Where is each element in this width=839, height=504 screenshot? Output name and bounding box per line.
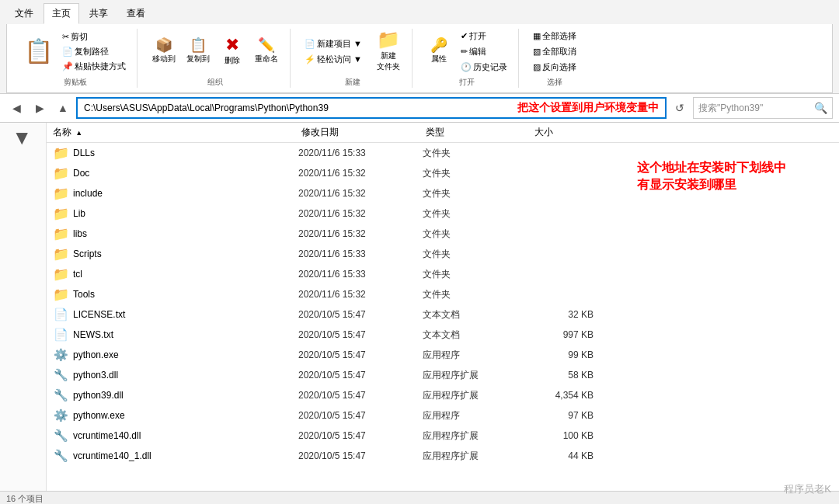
select-none-button[interactable]: ▧ 全部取消 bbox=[530, 45, 580, 58]
col-size-header[interactable]: 大小 bbox=[534, 126, 612, 139]
file-type: 文件夹 bbox=[423, 207, 531, 221]
table-row[interactable]: 📄 LICENSE.txt 2020/10/5 15:47 文本文档 32 KB bbox=[53, 304, 839, 325]
file-type: 应用程序 bbox=[423, 349, 531, 362]
properties-button[interactable]: 🔑 属性 bbox=[423, 36, 454, 66]
sidebar-expand-button[interactable]: ▶ bbox=[14, 133, 33, 144]
file-type: 文本文档 bbox=[423, 308, 531, 322]
file-type: 文件夹 bbox=[423, 248, 531, 261]
file-name: libs bbox=[73, 228, 298, 239]
new-item-button[interactable]: 📄 新建项目 ▼ bbox=[301, 37, 365, 50]
copy-to-icon: 📋 bbox=[190, 38, 207, 52]
file-icon: 📁 bbox=[53, 145, 68, 161]
table-row[interactable]: 🔧 vcruntime140_1.dll 2020/10/5 15:47 应用程… bbox=[53, 446, 839, 466]
file-icon: 📁 bbox=[53, 186, 68, 201]
invert-icon: ▨ bbox=[533, 62, 541, 72]
new-label: 新建 bbox=[345, 74, 360, 88]
file-type: 应用程序扩展 bbox=[423, 389, 531, 402]
file-date: 2020/10/5 15:47 bbox=[298, 349, 423, 360]
file-type: 文件夹 bbox=[423, 288, 531, 301]
delete-button[interactable]: ✖ 删除 bbox=[217, 35, 248, 68]
ribbon-content: 📋 ✂ 剪切 📄 复制路径 📌 粘贴快捷方式 bbox=[6, 24, 833, 93]
file-icon: ⚙️ bbox=[53, 408, 68, 423]
file-date: 2020/10/5 15:47 bbox=[298, 410, 423, 421]
table-row[interactable]: 📁 libs 2020/11/6 15:32 文件夹 bbox=[53, 224, 839, 244]
open-label: 打开 bbox=[459, 74, 475, 88]
table-row[interactable]: 📁 Lib 2020/11/6 15:32 文件夹 bbox=[53, 203, 839, 224]
paste-shortcut-button[interactable]: 📌 粘贴快捷方式 bbox=[59, 60, 129, 73]
sidebar: ▶ bbox=[0, 123, 47, 491]
file-type: 应用程序扩展 bbox=[423, 369, 531, 382]
open-group: 🔑 属性 ✔ 打开 ✏ 编辑 🕐 bbox=[416, 29, 519, 88]
paste-button[interactable]: 📋 bbox=[21, 38, 56, 64]
search-icon[interactable]: 🔍 bbox=[814, 102, 827, 114]
table-row[interactable]: 📁 Tools 2020/11/6 15:32 文件夹 bbox=[53, 284, 839, 304]
organize-items: 📦 移动到 📋 复制到 ✖ 删除 ✏️ 重命名 bbox=[148, 29, 282, 74]
file-type: 文件夹 bbox=[423, 147, 531, 160]
address-bar-container: ◀ ▶ ▲ C:\Users\ASUS\AppData\Local\Progra… bbox=[0, 94, 839, 123]
tab-share[interactable]: 共享 bbox=[81, 3, 117, 24]
file-icon: 🔧 bbox=[53, 428, 68, 443]
col-type-header[interactable]: 类型 bbox=[426, 126, 534, 139]
copy-path-button[interactable]: 📄 复制路径 bbox=[59, 45, 129, 58]
back-button[interactable]: ◀ bbox=[6, 98, 26, 118]
history-icon: 🕐 bbox=[461, 62, 472, 72]
open-button[interactable]: ✔ 打开 bbox=[458, 30, 510, 43]
new-folder-icon: 📁 bbox=[377, 30, 400, 49]
ribbon-tabs: 文件 主页 共享 查看 bbox=[6, 3, 833, 24]
table-row[interactable]: ⚙️ pythonw.exe 2020/10/5 15:47 应用程序 97 K… bbox=[53, 405, 839, 426]
address-path: C:\Users\ASUS\AppData\Local\Programs\Pyt… bbox=[84, 103, 510, 113]
file-icon: 📁 bbox=[53, 226, 68, 242]
file-name: DLLs bbox=[73, 148, 298, 158]
file-type: 文本文档 bbox=[423, 328, 531, 342]
tab-file[interactable]: 文件 bbox=[6, 3, 42, 24]
rename-button[interactable]: ✏️ 重命名 bbox=[251, 36, 282, 66]
table-row[interactable]: ⚙️ python.exe 2020/10/5 15:47 应用程序 99 KB bbox=[53, 345, 839, 365]
address-box[interactable]: C:\Users\ASUS\AppData\Local\Programs\Pyt… bbox=[76, 97, 667, 119]
column-headers: 名称 ▲ 修改日期 类型 大小 bbox=[47, 123, 839, 143]
table-row[interactable]: 🔧 vcruntime140.dll 2020/10/5 15:47 应用程序扩… bbox=[53, 426, 839, 446]
tab-home[interactable]: 主页 bbox=[44, 3, 79, 24]
delete-icon: ✖ bbox=[225, 36, 239, 54]
select-none-icon: ▧ bbox=[533, 47, 541, 57]
file-icon: 📁 bbox=[53, 165, 68, 181]
copy-to-button[interactable]: 📋 复制到 bbox=[183, 36, 214, 66]
new-group: 📄 新建项目 ▼ ⚡ 轻松访问 ▼ 📁 新建 文件夹 新建 bbox=[294, 29, 413, 88]
new-folder-button[interactable]: 📁 新建 文件夹 bbox=[373, 29, 404, 74]
col-name-header[interactable]: 名称 ▲ bbox=[53, 126, 301, 139]
items-count: 16 个项目 bbox=[6, 493, 44, 504]
table-row[interactable]: 📄 NEWS.txt 2020/10/5 15:47 文本文档 997 KB bbox=[53, 325, 839, 345]
col-date-header[interactable]: 修改日期 bbox=[301, 126, 426, 139]
file-type: 应用程序扩展 bbox=[423, 450, 531, 463]
history-button[interactable]: 🕐 历史记录 bbox=[458, 61, 510, 74]
table-row[interactable]: 📁 Scripts 2020/11/6 15:33 文件夹 bbox=[53, 244, 839, 264]
scissors-icon: ✂ bbox=[62, 32, 69, 42]
cut-button[interactable]: ✂ 剪切 bbox=[59, 30, 129, 43]
table-row[interactable]: 🔧 python3.dll 2020/10/5 15:47 应用程序扩展 58 … bbox=[53, 365, 839, 385]
search-placeholder: 搜索"Python39" bbox=[698, 102, 814, 115]
file-name: include bbox=[73, 188, 298, 199]
file-icon: 📁 bbox=[53, 287, 68, 302]
file-icon: 📁 bbox=[53, 206, 68, 221]
new-items: 📄 新建项目 ▼ ⚡ 轻松访问 ▼ 📁 新建 文件夹 bbox=[301, 29, 404, 74]
file-name: Lib bbox=[73, 208, 298, 219]
table-row[interactable]: 📁 tcl 2020/11/6 15:33 文件夹 bbox=[53, 264, 839, 284]
invert-select-button[interactable]: ▨ 反向选择 bbox=[530, 61, 580, 74]
file-date: 2020/10/5 15:47 bbox=[298, 450, 423, 461]
forward-button[interactable]: ▶ bbox=[30, 98, 50, 118]
copy-path-icon: 📄 bbox=[62, 47, 73, 57]
select-all-button[interactable]: ▦ 全部选择 bbox=[530, 30, 580, 43]
edit-button[interactable]: ✏ 编辑 bbox=[458, 45, 510, 58]
refresh-button[interactable]: ↺ bbox=[670, 98, 690, 118]
easy-access-button[interactable]: ⚡ 轻松访问 ▼ bbox=[301, 53, 365, 66]
move-to-button[interactable]: 📦 移动到 bbox=[148, 36, 179, 66]
tab-view[interactable]: 查看 bbox=[118, 3, 154, 24]
table-row[interactable]: 🔧 python39.dll 2020/10/5 15:47 应用程序扩展 4,… bbox=[53, 385, 839, 405]
up-button[interactable]: ▲ bbox=[53, 98, 73, 118]
file-icon: 🔧 bbox=[53, 367, 68, 383]
properties-icon: 🔑 bbox=[430, 38, 447, 52]
address-annotation: 把这个设置到用户环境变量中 bbox=[517, 101, 659, 115]
file-size: 58 KB bbox=[531, 370, 609, 381]
file-size: 97 KB bbox=[531, 410, 609, 421]
search-box[interactable]: 搜索"Python39" 🔍 bbox=[693, 97, 833, 119]
status-bar: 16 个项目 bbox=[0, 491, 839, 504]
